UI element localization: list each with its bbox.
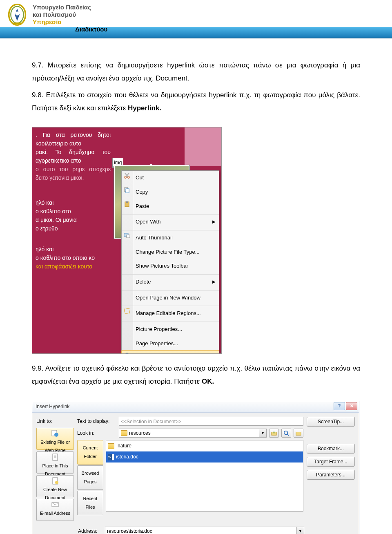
svg-rect-11 bbox=[127, 235, 130, 238]
cm-manage-editable-regions[interactable]: Manage Editable Regions... bbox=[122, 306, 219, 321]
email-icon bbox=[51, 501, 59, 508]
cm-change-picture-type[interactable]: Change Picture File Type... bbox=[122, 245, 219, 259]
thumbnail-icon bbox=[124, 232, 130, 239]
ministry-line1: Υπουργείο Παιδείας bbox=[33, 4, 91, 11]
file-row-folder[interactable]: nature bbox=[106, 440, 303, 451]
cm-cut[interactable]: Cut bbox=[122, 171, 219, 185]
header-text-block: Υπουργείο Παιδείας και Πολιτισμού Υπηρεσ… bbox=[33, 4, 91, 26]
ministry-logo bbox=[5, 2, 29, 27]
service-label: Υπηρεσία bbox=[33, 18, 91, 26]
cm-copy[interactable]: Copy bbox=[122, 185, 219, 199]
paragraph-9-9: 9.9. Ανοίξετε το σχετικό φάκελο και βρέσ… bbox=[32, 362, 360, 389]
look-in-label: Look in: bbox=[77, 429, 116, 438]
file-row-doc[interactable]: istoria.doc bbox=[106, 451, 303, 463]
cm-picture-properties[interactable]: Picture Properties... bbox=[122, 322, 219, 337]
dialog-title: Insert Hyperlink bbox=[36, 402, 69, 411]
document-body: 9.7. Μπορείτε επίσης να δημιουργήσετε hy… bbox=[0, 38, 392, 534]
paragraph-9-8: 9.8. Επιλέξετε το στοιχείο που θέλετε να… bbox=[32, 89, 360, 115]
screenshot-context-menu: . Για στα ρειτονου δητοι κοοιλοττειριο α… bbox=[32, 127, 222, 354]
chevron-down-icon: ▼ bbox=[296, 527, 304, 534]
chevron-right-icon: ▶ bbox=[212, 218, 216, 226]
target-frame-button[interactable]: Target Frame... bbox=[307, 457, 355, 467]
word-doc-icon bbox=[108, 454, 114, 460]
close-button[interactable]: ✕ bbox=[346, 402, 357, 410]
internet-label: Διαδικτύου bbox=[75, 26, 107, 33]
chevron-down-icon: ▼ bbox=[259, 429, 266, 437]
help-button[interactable]: ? bbox=[334, 402, 345, 410]
svg-point-15 bbox=[54, 433, 58, 437]
subnav-browsed-pages[interactable]: Browsed Pages bbox=[77, 465, 103, 490]
svg-point-21 bbox=[284, 431, 288, 435]
svg-rect-22 bbox=[296, 432, 301, 435]
bookmark-doc-icon bbox=[51, 454, 59, 461]
scissors-icon bbox=[124, 172, 130, 179]
svg-point-4 bbox=[125, 177, 127, 179]
cm-auto-thumbnail[interactable]: Auto Thumbnail bbox=[122, 230, 219, 245]
look-in-select[interactable]: resources ▼ bbox=[119, 429, 267, 438]
bookmark-button[interactable]: Bookmark... bbox=[307, 444, 355, 454]
text-to-display-label: Text to display: bbox=[77, 417, 116, 426]
cm-page-properties[interactable]: Page Properties... bbox=[122, 337, 219, 351]
cm-delete[interactable]: Delete▶ bbox=[122, 274, 219, 289]
linkto-email[interactable]: E-mail Address bbox=[36, 499, 74, 521]
linkto-place-in-doc[interactable]: Place in This Document bbox=[36, 451, 74, 474]
cm-hyperlink[interactable]: Hyperlink... bbox=[121, 350, 219, 354]
regions-icon bbox=[124, 308, 130, 314]
address-input[interactable]: resources\istoria.doc ▼ bbox=[105, 527, 304, 534]
globe-page-icon bbox=[51, 430, 59, 437]
dialog-titlebar: Insert Hyperlink ? ✕ bbox=[32, 401, 359, 413]
globe-link-icon bbox=[124, 352, 130, 354]
paste-icon bbox=[124, 201, 130, 208]
ministry-line2: και Πολιτισμού bbox=[33, 11, 91, 18]
cm-open-with[interactable]: Open With▶ bbox=[122, 214, 219, 229]
svg-point-2 bbox=[15, 11, 19, 16]
address-label: Address: bbox=[78, 527, 102, 534]
page-header: Υπουργείο Παιδείας και Πολιτισμού Υπηρεσ… bbox=[0, 0, 392, 38]
svg-rect-12 bbox=[125, 308, 129, 313]
header-blue-bar: Διαδικτύου bbox=[0, 27, 392, 38]
svg-rect-16 bbox=[53, 454, 58, 460]
parameters-button[interactable]: Parameters... bbox=[307, 470, 355, 480]
svg-rect-7 bbox=[126, 189, 129, 193]
link-to-label: Link to: bbox=[36, 417, 74, 426]
cm-open-page-new-window[interactable]: Open Page in New Window bbox=[122, 290, 219, 305]
cm-show-pictures-toolbar[interactable]: Show Pictures Toolbar bbox=[122, 259, 219, 273]
new-folder-button[interactable] bbox=[294, 429, 303, 438]
folder-icon bbox=[108, 443, 114, 449]
editor-canvas-text: . Για στα ρειτονου δητοι κοοιλοττειριο α… bbox=[32, 127, 114, 274]
browse-web-button[interactable] bbox=[281, 429, 291, 438]
svg-rect-9 bbox=[126, 201, 128, 203]
subnav-recent-files[interactable]: Recent Files bbox=[77, 491, 103, 515]
context-menu: Cut Copy Paste Open With▶ Auto Thumbnail… bbox=[121, 170, 219, 354]
svg-rect-3 bbox=[13, 22, 21, 24]
file-list[interactable]: nature istoria.doc bbox=[106, 440, 303, 512]
chevron-right-icon: ▶ bbox=[212, 278, 216, 286]
linkto-existing-file[interactable]: Existing File or Web Page bbox=[36, 428, 74, 450]
text-to-display-input[interactable]: <<Selection in Document>> bbox=[119, 417, 303, 426]
svg-point-5 bbox=[128, 177, 130, 179]
screentip-button[interactable]: ScreenTip... bbox=[307, 417, 355, 427]
cm-paste[interactable]: Paste bbox=[122, 199, 219, 214]
new-doc-icon bbox=[51, 477, 59, 485]
up-folder-button[interactable] bbox=[269, 429, 279, 438]
insert-hyperlink-dialog: Insert Hyperlink ? ✕ Link to: Existing F… bbox=[32, 401, 359, 534]
svg-point-18 bbox=[55, 481, 58, 484]
linkto-create-new[interactable]: Create New Document bbox=[36, 475, 74, 497]
paragraph-9-7: 9.7. Μπορείτε επίσης να δημιουργήσετε hy… bbox=[32, 59, 360, 85]
screenshot-insert-hyperlink-wrapper: Insert Hyperlink ? ✕ Link to: Existing F… bbox=[32, 401, 360, 534]
folder-icon bbox=[121, 430, 127, 436]
copy-icon bbox=[124, 187, 130, 193]
subnav-current-folder[interactable]: Current Folder bbox=[77, 440, 103, 465]
